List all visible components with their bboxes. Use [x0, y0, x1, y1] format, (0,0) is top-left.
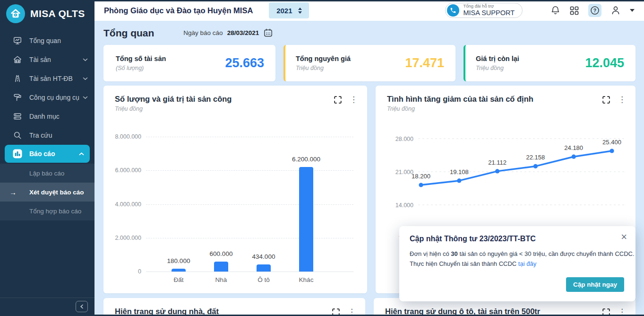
help-icon[interactable]: ? — [588, 4, 601, 17]
report-submenu: Lập báo cáo → Xét duyệt báo cáo Tổng hợp… — [0, 164, 94, 220]
popup-body: Đơn vị hiện có 30 tài sản có nguyên giá … — [410, 249, 625, 269]
user-icon[interactable] — [610, 5, 621, 16]
data-point[interactable] — [495, 169, 499, 173]
y-axis-tick-label: 14.000 — [395, 202, 413, 209]
sidebar-item-tai-san[interactable]: Tài sản — [0, 50, 94, 69]
point-value-label: 18.200 — [412, 173, 430, 180]
y-axis-tick-label: 6.000.000 — [115, 167, 141, 174]
submenu-item-xet-duyet-bao-cao[interactable]: → Xét duyệt báo cáo — [0, 183, 94, 202]
bar-value-label: 180.000 — [155, 257, 202, 264]
notification-popup: Cập nhật Thông tư 23/2023/TT-BTC × Đơn v… — [399, 226, 635, 301]
popup-link[interactable]: tại đây — [518, 260, 536, 267]
sidebar-item-label: Công cụ dụng cụ — [29, 94, 83, 101]
stat-title: Giá trị còn lại — [476, 55, 519, 62]
sidebar-item-tra-cuu[interactable]: Tra cứu — [0, 126, 94, 145]
phone-icon — [447, 4, 459, 17]
data-point[interactable] — [457, 178, 461, 183]
page-title: Tổng quan — [103, 27, 154, 39]
apps-grid-icon[interactable] — [569, 6, 579, 16]
sidebar-item-cong-cu-dung-cu[interactable]: Công cụ dụng cụ — [0, 88, 94, 107]
year-spinner-icon[interactable] — [298, 8, 302, 14]
x-axis-category-label: Đất — [155, 276, 202, 283]
chart-title: Số lượng và giá trị tài sản công — [115, 95, 356, 104]
y-axis-tick-label: 4.000.000 — [115, 201, 141, 208]
sidebar-item-tai-san-ht-db[interactable]: Tài sản HT-ĐB — [0, 69, 94, 88]
kebab-menu-icon[interactable]: ⋮ — [350, 96, 358, 104]
stat-subtitle: Triệu đồng — [476, 65, 519, 71]
y-axis-tick-label: 28.000 — [395, 136, 413, 142]
popup-text-bold: 30 — [451, 250, 457, 257]
sidebar-collapse-button[interactable] — [76, 301, 88, 312]
submenu-item-tong-hop-bao-cao[interactable]: Tổng hợp báo cáo — [0, 202, 94, 220]
dashboard-icon — [12, 36, 23, 45]
active-arrow-icon: → — [9, 188, 17, 196]
caret-down-icon[interactable] — [630, 9, 635, 12]
report-icon — [12, 149, 23, 159]
window-top-edge — [0, 0, 644, 1]
chevron-down-icon — [83, 58, 88, 61]
paint-roller-icon — [12, 93, 23, 102]
sidebar-item-bao-cao[interactable]: Báo cáo — [5, 145, 90, 163]
data-point[interactable] — [572, 155, 576, 159]
data-point[interactable] — [610, 149, 614, 153]
stat-value: 12.045 — [585, 56, 624, 70]
bar-2[interactable] — [214, 262, 228, 272]
stat-title: Tổng số tài sản — [116, 55, 166, 62]
misa-logo-icon — [6, 4, 25, 23]
popup-text: Đơn vị hiện có — [410, 250, 451, 257]
bar-1[interactable] — [172, 269, 186, 272]
year-selector[interactable]: 2021 — [269, 2, 309, 18]
gridline — [146, 272, 353, 272]
sidebar-item-label: Tổng quan — [29, 37, 88, 44]
bar-3[interactable] — [257, 264, 271, 272]
report-date-value: 28/03/2021 — [227, 29, 259, 36]
chart-subtitle: Triệu đồng — [115, 105, 356, 112]
chart-subtitle: Triệu đồng — [387, 105, 624, 112]
point-value-label: 22.158 — [526, 154, 545, 161]
close-icon[interactable]: × — [621, 232, 627, 242]
support-texts: Tổng đài hỗ trợ MISA SUPPORT — [463, 4, 515, 17]
submenu-item-label: Lập báo cáo — [29, 170, 64, 177]
stat-card-2: Giá trị còn lại Triệu đồng 12.045 — [464, 45, 635, 81]
update-now-button[interactable]: Cập nhật ngay — [566, 277, 624, 292]
fullscreen-icon[interactable] — [602, 96, 610, 104]
organization-title: Phòng Giáo dục và Đào tạo Huyện MISA — [104, 6, 253, 15]
bar-4[interactable] — [299, 167, 313, 272]
submenu-item-lap-bao-cao[interactable]: Lập báo cáo — [0, 164, 94, 183]
data-point[interactable] — [419, 183, 423, 187]
stat-subtitle: (Số lượng) — [116, 65, 166, 71]
stat-title: Tổng nguyên giá — [296, 55, 351, 62]
calendar-icon[interactable] — [263, 28, 273, 38]
stat-subtitle: Triệu đồng — [296, 65, 351, 71]
x-axis-category-label: Khác — [283, 276, 330, 283]
submenu-item-label: Xét duyệt báo cáo — [29, 189, 84, 196]
sidebar-item-danh-muc[interactable]: Danh mục — [0, 107, 94, 126]
chart-title: Tình hình tăng giảm của tài sản cố định — [387, 95, 624, 104]
sidebar-item-label: Tài sản HT-ĐB — [29, 75, 83, 82]
support-line2: MISA SUPPORT — [463, 9, 515, 17]
road-icon — [12, 74, 23, 83]
fullscreen-icon[interactable] — [334, 96, 342, 104]
stat-value: 25.663 — [225, 56, 264, 70]
assets-icon — [12, 55, 23, 64]
chevron-up-icon — [79, 152, 84, 156]
y-axis-tick-label: 21.000 — [395, 169, 413, 176]
misa-support-button[interactable]: Tổng đài hỗ trợ MISA SUPPORT — [445, 3, 523, 18]
logo-row[interactable]: MISA QLTS — [0, 0, 94, 27]
kebab-menu-icon[interactable]: ⋮ — [618, 96, 626, 104]
sidebar-item-tong-quan[interactable]: Tổng quan — [0, 31, 94, 50]
sidebar: MISA QLTS Tổng quan Tài s — [0, 0, 94, 316]
report-date-picker: Ngày báo cáo 28/03/2021 — [183, 28, 273, 38]
sidebar-item-label: Báo cáo — [29, 150, 79, 158]
bar-chart-head: Số lượng và giá trị tài sản công Triệu đ… — [103, 86, 367, 112]
bell-icon[interactable] — [550, 5, 560, 16]
topbar: Phòng Giáo dục và Đào tạo Huyện MISA 202… — [94, 0, 644, 21]
point-value-label: 19.108 — [450, 168, 469, 176]
data-point[interactable] — [533, 164, 538, 168]
bar-value-label: 6.200.000 — [283, 156, 330, 163]
point-value-label: 25.400 — [602, 139, 621, 146]
sidebar-item-label: Tra cứu — [29, 132, 88, 139]
search-icon — [12, 131, 23, 140]
popup-text: tài sản có nguyên giá < 30 triệu, cần đư… — [458, 250, 635, 257]
stat-card-1: Tổng nguyên giá Triệu đồng 17.471 — [283, 45, 455, 81]
